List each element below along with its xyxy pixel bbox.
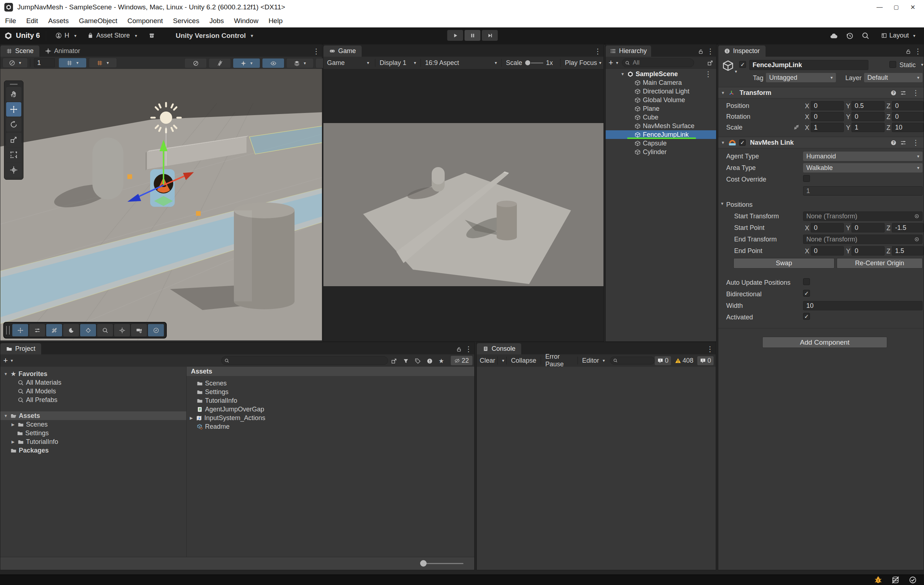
- camera-speed-field[interactable]: 1: [34, 58, 55, 68]
- scale-x-field[interactable]: 1: [811, 123, 844, 132]
- transform-header[interactable]: ▼ Transform ⋮: [718, 87, 924, 99]
- width-field[interactable]: 10: [803, 301, 922, 310]
- presets-icon[interactable]: [900, 140, 906, 146]
- cost-override-checkbox[interactable]: [803, 175, 810, 182]
- scene-menu-icon[interactable]: ⋮: [310, 48, 322, 55]
- area-type-dropdown[interactable]: Walkable▾: [803, 163, 922, 173]
- file-row[interactable]: Scenes: [186, 379, 474, 387]
- console-search-input[interactable]: [620, 356, 652, 364]
- error-pause-button[interactable]: Error Pause: [543, 353, 575, 368]
- display-dropdown[interactable]: Display 1▾: [378, 59, 418, 67]
- cloud-icon[interactable]: [830, 32, 838, 40]
- scene-viewport[interactable]: [0, 69, 322, 340]
- hierarchy-menu-icon[interactable]: ⋮: [705, 48, 716, 55]
- overlay-drag-handle[interactable]: [6, 326, 10, 335]
- tab-project[interactable]: Project: [0, 343, 41, 354]
- foldout-icon[interactable]: ▼: [720, 201, 725, 206]
- draw-mode-dropdown[interactable]: ▾: [3, 58, 28, 68]
- rotation-y-field[interactable]: 0: [851, 112, 884, 121]
- activated-checkbox[interactable]: ✓: [803, 313, 810, 320]
- link-end-handle[interactable]: [196, 211, 201, 216]
- gameobject-icon[interactable]: [722, 59, 734, 72]
- auto-update-checkbox[interactable]: [803, 278, 810, 285]
- search-icon[interactable]: [861, 32, 870, 40]
- history-icon[interactable]: [846, 32, 854, 40]
- error-log-toggle[interactable]: 0: [697, 356, 714, 365]
- aspect-dropdown[interactable]: 16:9 Aspect▾: [423, 59, 499, 67]
- tree-row[interactable]: Cylinder: [606, 148, 716, 156]
- swap-button[interactable]: Swap: [733, 258, 835, 269]
- cache-server-icon[interactable]: [891, 576, 899, 584]
- foldout-icon[interactable]: ▼: [620, 72, 625, 76]
- tree-row[interactable]: Directional Light: [606, 87, 716, 96]
- grid-visibility-toggle[interactable]: ▾: [58, 58, 87, 68]
- agent-type-dropdown[interactable]: Humanoid▾: [803, 152, 922, 161]
- file-row[interactable]: Readme: [186, 422, 474, 431]
- menu-window[interactable]: Window: [229, 15, 264, 27]
- project-search[interactable]: [221, 356, 388, 365]
- hierarchy-search[interactable]: [622, 58, 694, 67]
- tab-console[interactable]: Console: [477, 343, 521, 354]
- tab-animator[interactable]: Animator: [40, 46, 86, 57]
- lock-icon[interactable]: [456, 346, 462, 352]
- collapse-button[interactable]: Collapse: [509, 357, 538, 364]
- game-mode-dropdown[interactable]: Game▾: [323, 59, 373, 67]
- create-object-button[interactable]: +▾: [609, 58, 618, 68]
- overlay-shading-button[interactable]: [63, 324, 79, 336]
- hidden-items-button[interactable]: 22: [451, 356, 472, 365]
- breadcrumb[interactable]: Assets: [186, 367, 474, 376]
- link-broken-icon[interactable]: [793, 124, 799, 130]
- tab-inspector[interactable]: Inspector: [718, 46, 766, 57]
- rect-tool-button[interactable]: [6, 148, 21, 162]
- lock-icon[interactable]: [698, 48, 704, 54]
- overlay-camera-button[interactable]: [131, 324, 147, 336]
- packages-row[interactable]: Packages: [0, 446, 186, 455]
- scene-lighting-toggle[interactable]: [209, 58, 231, 68]
- tree-row[interactable]: Main Camera: [606, 78, 716, 87]
- file-row[interactable]: Settings: [186, 387, 474, 396]
- end-point-z-field[interactable]: 1.5: [892, 246, 924, 255]
- name-field[interactable]: FenceJumpLink: [749, 60, 868, 70]
- file-row[interactable]: TutorialInfo: [186, 396, 474, 405]
- zoom-slider-track[interactable]: [420, 563, 464, 564]
- component-menu-icon[interactable]: ⋮: [910, 139, 921, 146]
- popout-search-icon[interactable]: [707, 60, 713, 66]
- warning-log-toggle[interactable]: 408: [672, 356, 696, 365]
- start-point-x-field[interactable]: 0: [811, 223, 844, 232]
- console-search[interactable]: [610, 356, 655, 364]
- file-row[interactable]: AgentJumpOverGap: [186, 405, 474, 414]
- zoom-slider-knob[interactable]: [420, 560, 427, 567]
- overlay-compass-button[interactable]: [148, 324, 164, 336]
- menu-edit[interactable]: Edit: [21, 15, 43, 27]
- menu-gameobject[interactable]: GameObject: [74, 15, 122, 27]
- hierarchy-search-input[interactable]: [632, 59, 691, 67]
- slider-knob[interactable]: [525, 60, 530, 65]
- menu-file[interactable]: File: [0, 15, 21, 27]
- static-checkbox[interactable]: [889, 61, 896, 68]
- tag-dropdown[interactable]: Untagged▾: [766, 73, 836, 82]
- component-enabled-checkbox[interactable]: ✓: [739, 139, 746, 146]
- scale-tool-button[interactable]: [6, 132, 21, 147]
- console-menu-icon[interactable]: ⋮: [704, 345, 716, 353]
- foldout-icon[interactable]: ▶: [10, 422, 15, 427]
- overlay-navmesh-button[interactable]: [80, 324, 96, 336]
- alert-icon[interactable]: [427, 358, 433, 364]
- layout-dropdown[interactable]: Layout▾: [878, 30, 919, 41]
- menu-component[interactable]: Component: [122, 15, 168, 27]
- foldout-icon[interactable]: ▼: [3, 414, 8, 418]
- overlay-grid-button[interactable]: [46, 324, 62, 336]
- folder-row[interactable]: ▶TutorialInfo: [0, 437, 186, 446]
- tree-row[interactable]: Plane: [606, 104, 716, 113]
- asset-store-button[interactable]: Asset Store▾: [84, 30, 141, 41]
- lock-icon[interactable]: [905, 48, 911, 54]
- pause-button[interactable]: [465, 30, 480, 41]
- component-menu-icon[interactable]: ⋮: [910, 89, 921, 96]
- layers-dropdown[interactable]: ▾: [286, 58, 314, 68]
- folder-row[interactable]: ▶Scenes: [0, 420, 186, 429]
- play-button[interactable]: [447, 30, 463, 41]
- favorites-item[interactable]: All Models: [0, 387, 186, 395]
- game-viewport[interactable]: [323, 69, 604, 340]
- menu-assets[interactable]: Assets: [43, 15, 74, 27]
- recenter-origin-button[interactable]: Re-Center Origin: [837, 258, 922, 269]
- tree-row-scene[interactable]: ▼ SampleScene ⋮: [606, 70, 716, 78]
